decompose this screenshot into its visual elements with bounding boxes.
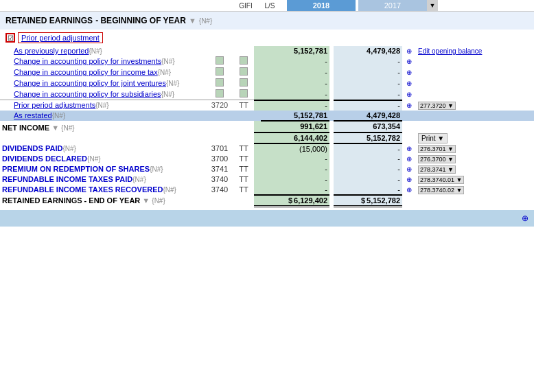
gifi-cell — [206, 195, 233, 207]
gifi-cell — [206, 89, 233, 100]
dividends-declared-label[interactable]: DIVIDENDS DECLARED — [2, 154, 87, 163]
subtotal-2018: 6,144,402 — [261, 132, 329, 143]
ls-tt: TT — [233, 174, 254, 185]
extra-cell — [416, 78, 534, 89]
val-2017: - — [334, 78, 402, 89]
gifi-cell — [206, 132, 233, 143]
gifi-3740: 3740 — [206, 174, 233, 185]
row-label-as-previously[interactable]: As previously reported — [14, 47, 89, 55]
row-label-subsidiaries[interactable]: Change in accounting policy for subsidia… — [14, 90, 161, 98]
action-btn[interactable]: ⊕ — [402, 164, 416, 174]
val-2018: (15,000) — [261, 143, 329, 154]
table-row: Prior period adjustments{N#} 3720 TT - -… — [0, 100, 534, 111]
dividends-paid-label[interactable]: DIVIDENDS PAID — [2, 144, 62, 152]
row-label-investments[interactable]: Change in accounting policy for investme… — [14, 57, 161, 65]
table-row: Change in accounting policy for income t… — [0, 67, 534, 78]
row-label-income-tax[interactable]: Change in accounting policy for income t… — [14, 68, 158, 76]
ls-tt-b: TT — [233, 185, 254, 195]
action-btn[interactable]: ⊕ — [402, 154, 416, 164]
gifi-cell — [206, 46, 233, 56]
net-income-dropdown[interactable]: ▼ — [51, 124, 59, 132]
extra-cell — [416, 195, 534, 207]
table-row-refundable-recovered: REFUNDABLE INCOME TAXES RECOVERED{N#} 37… — [0, 185, 534, 195]
action-cell — [402, 195, 416, 207]
extra-cell — [416, 56, 534, 67]
refundable-paid-label[interactable]: REFUNDABLE INCOME TAXES PAID — [2, 175, 132, 183]
dropdown-276-3701[interactable]: 276.3701 ▼ — [416, 143, 534, 154]
print-cell[interactable]: Print ▼ — [416, 132, 534, 143]
val-2017: - — [334, 174, 402, 185]
val-2017: - — [334, 185, 402, 195]
ls-tt: TT — [233, 154, 254, 164]
gifi-3741: 3741 — [206, 164, 233, 174]
action-btn[interactable]: ⊕ — [402, 174, 416, 185]
action-btn[interactable]: ⊕ — [402, 185, 416, 195]
row-label-as-restated[interactable]: As restated — [14, 111, 52, 119]
action-btn[interactable]: ⊕ — [402, 78, 416, 89]
retained-end-dropdown[interactable]: ▼ — [142, 196, 150, 205]
gifi-cell — [206, 56, 233, 67]
prior-period-checkbox[interactable]: ☑ — [5, 33, 15, 43]
action-cell — [402, 111, 416, 121]
val-2018: - — [261, 67, 329, 78]
table-row-subtotal: 6,144,402 5,152,782 Print ▼ — [0, 132, 534, 143]
dropdown-278-3740-01[interactable]: 278.3740.01 ▼ — [416, 174, 534, 185]
section-retained-earnings-header: RETAINED EARNINGS - BEGINNING OF YEAR ▼ … — [0, 12, 534, 30]
table-row: Change in accounting policy for joint ve… — [0, 78, 534, 89]
gifi-3701: 3701 — [206, 143, 233, 154]
ls-header: L/S — [259, 0, 280, 12]
ls-cell — [233, 67, 254, 78]
net-income-label: NET INCOME — [2, 124, 49, 132]
extra-cell — [416, 89, 534, 100]
extra-cell — [416, 67, 534, 78]
val-2017-restated: 4,479,428 — [334, 111, 402, 121]
edit-opening[interactable]: Edit opening balance — [416, 46, 534, 56]
val-2018: 5,152,781 — [261, 46, 329, 56]
action-btn[interactable]: ⊕ — [402, 100, 416, 111]
retained-end-label: RETAINED EARNINGS - END OF YEAR — [2, 196, 140, 205]
bottom-action-btn[interactable]: ⊕ — [522, 214, 529, 223]
row-label-joint-ventures[interactable]: Change in accounting policy for joint ve… — [14, 79, 166, 87]
val-2017: - — [334, 154, 402, 164]
print-button[interactable]: Print ▼ — [418, 133, 448, 143]
year-2018-header: 2018 — [287, 0, 356, 12]
year-dropdown[interactable]: ▼ — [427, 0, 438, 12]
action-btn[interactable]: ⊕ — [402, 56, 416, 67]
action-btn[interactable]: ⊕ — [402, 46, 416, 56]
ls-tt: TT — [233, 143, 254, 154]
section-title: RETAINED EARNINGS — [5, 16, 93, 25]
ls-cell-tt: TT — [233, 100, 254, 111]
action-btn[interactable]: ⊕ — [402, 67, 416, 78]
main-table: As previously reported{N#} 5,152,781 4,4… — [0, 46, 534, 207]
table-row-refundable-paid: REFUNDABLE INCOME TAXES PAID{N#} 3740 TT… — [0, 174, 534, 185]
extra-dropdown-277[interactable]: 277.3720 ▼ — [416, 100, 534, 111]
table-row-dividends-declared: DIVIDENDS DECLARED{N#} 3700 TT - - ⊕ 276… — [0, 154, 534, 164]
dropdown-278-3740-02[interactable]: 278.3740.02 ▼ — [416, 185, 534, 195]
table-row-net-income: NET INCOME ▼ {N#} 991,621 673,354 — [0, 121, 534, 132]
val-2017: - — [334, 89, 402, 100]
ls-cell — [233, 89, 254, 100]
prior-period-label[interactable]: Prior period adjustment — [18, 32, 103, 43]
dropdown-278-3741[interactable]: 278.3741 ▼ — [416, 164, 534, 174]
ls-cell — [233, 195, 254, 207]
ls-tt: TT — [233, 164, 254, 174]
ls-cell — [233, 132, 254, 143]
row-label-prior-adjustments[interactable]: Prior period adjustments — [14, 101, 95, 109]
section-dropdown[interactable]: ▼ — [189, 16, 196, 25]
ls-cell — [233, 56, 254, 67]
dropdown-276-3700[interactable]: 276.3700 ▼ — [416, 154, 534, 164]
refundable-recovered-label[interactable]: REFUNDABLE INCOME TAXES RECOVERED — [2, 185, 163, 194]
val-2017: - — [334, 56, 402, 67]
action-cell — [402, 121, 416, 132]
val-2017: 4,479,428 — [334, 46, 402, 56]
val-2017: - — [334, 143, 402, 154]
retained-end-2018: $6,129,402 — [261, 195, 329, 207]
retained-end-2017: $5,152,782 — [334, 195, 402, 207]
action-btn[interactable]: ⊕ — [402, 143, 416, 154]
premium-redemption-label[interactable]: PREMIUM ON REDEMPTION OF SHARES — [2, 165, 150, 173]
extra-cell — [416, 121, 534, 132]
val-2018: - — [261, 78, 329, 89]
subtotal-2017: 5,152,782 — [334, 132, 402, 143]
val-2017: - — [334, 100, 402, 111]
action-btn[interactable]: ⊕ — [402, 89, 416, 100]
